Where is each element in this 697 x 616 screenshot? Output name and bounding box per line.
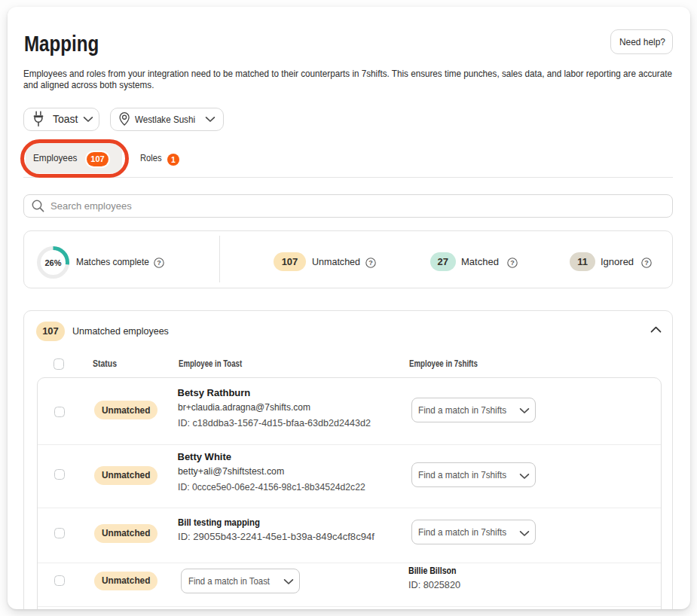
svg-text:?: ? <box>157 259 162 267</box>
svg-text:?: ? <box>368 259 373 267</box>
svg-text:?: ? <box>644 259 649 267</box>
svg-text:?: ? <box>510 259 515 267</box>
